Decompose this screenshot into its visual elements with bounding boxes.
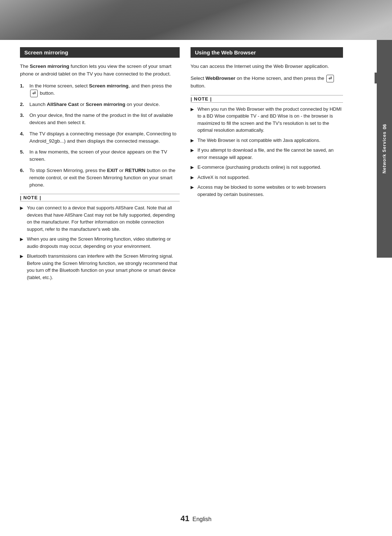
sidebar-chapter-label: Network Services bbox=[382, 131, 387, 173]
web-browser-note-list: ▶ When you run the Web Browser with the … bbox=[191, 106, 343, 198]
note-bullet-3: ▶ Bluetooth transmissions can interfere … bbox=[20, 253, 180, 281]
right-sidebar: 06 Network Services bbox=[377, 40, 392, 258]
step-2: 2. Launch AllShare Cast or Screen mirror… bbox=[20, 101, 180, 108]
screen-mirroring-steps: 1. In the Home screen, select Screen mir… bbox=[20, 82, 180, 189]
web-note-bullet-6: ▶ Access may be blocked to some websites… bbox=[191, 184, 343, 198]
web-note-bullet-4: ▶ E-commerce (purchasing products online… bbox=[191, 164, 343, 171]
note-bullet-1: ▶ You can connect to a device that suppo… bbox=[20, 204, 180, 233]
main-content: Screen mirroring The Screen mirroring fu… bbox=[20, 47, 370, 507]
web-note-bullet-1: ▶ When you run the Web Browser with the … bbox=[191, 106, 343, 134]
step-5: 5. In a few moments, the screen of your … bbox=[20, 148, 180, 163]
screen-mirroring-header: Screen mirroring bbox=[20, 47, 180, 58]
screen-mirroring-intro: The Screen mirroring function lets you v… bbox=[20, 63, 180, 78]
web-browser-intro2: Select WebBrowser on the Home screen, an… bbox=[191, 75, 343, 90]
screen-mirroring-note: | NOTE | ▶ You can connect to a device t… bbox=[20, 194, 180, 281]
web-browser-note: | NOTE | ▶ When you run the Web Browser … bbox=[191, 95, 343, 198]
right-column: Using the Web Browser You can access the… bbox=[191, 47, 343, 507]
step-3: 3. On your device, find the name of the … bbox=[20, 112, 180, 127]
footer-language: English bbox=[192, 516, 211, 522]
note-label-left: | NOTE | bbox=[20, 194, 180, 201]
page-number: 41 bbox=[180, 514, 189, 523]
footer: 41 English bbox=[0, 514, 392, 523]
left-column: Screen mirroring The Screen mirroring fu… bbox=[20, 47, 180, 507]
sidebar-accent-bar bbox=[375, 73, 377, 83]
sidebar-chapter-number: 06 bbox=[382, 124, 387, 129]
web-browser-title: Using the Web Browser bbox=[195, 49, 256, 56]
note-label-right: | NOTE | bbox=[191, 95, 343, 103]
screen-mirroring-note-list: ▶ You can connect to a device that suppo… bbox=[20, 204, 180, 281]
step-1: 1. In the Home screen, select Screen mir… bbox=[20, 82, 180, 97]
web-note-bullet-2: ▶ The Web Browser is not compatible with… bbox=[191, 137, 343, 144]
web-browser-intro1: You can access the Internet using the We… bbox=[191, 63, 343, 70]
note-bullet-2: ▶ When you are using the Screen Mirrorin… bbox=[20, 236, 180, 250]
web-browser-header: Using the Web Browser bbox=[191, 47, 343, 58]
step-4: 4. The TV displays a connecting message … bbox=[20, 130, 180, 145]
web-note-bullet-5: ▶ ActiveX is not supported. bbox=[191, 174, 343, 181]
screen-mirroring-title: Screen mirroring bbox=[24, 49, 68, 56]
header-banner bbox=[0, 0, 392, 40]
step-6: 6. To stop Screen Mirroring, press the E… bbox=[20, 167, 180, 189]
web-note-bullet-3: ▶ If you attempt to download a file, and… bbox=[191, 147, 343, 161]
